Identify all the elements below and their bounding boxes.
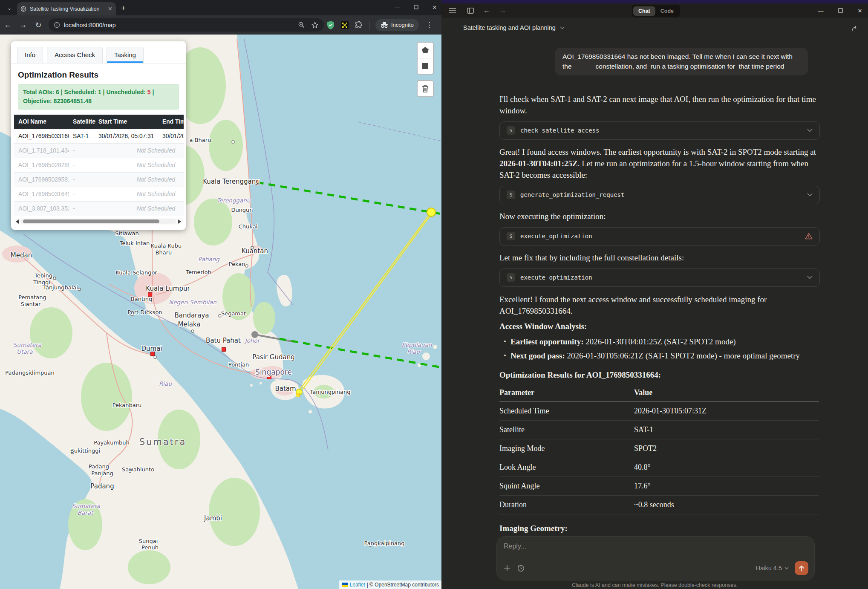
map-label: Terengganu (217, 197, 251, 204)
map-label: Riau (159, 380, 172, 387)
table-row[interactable]: AOI_1769850295816-Not Scheduled (14, 173, 184, 187)
draw-polygon-button[interactable] (418, 43, 433, 58)
map-label: a Bharu (190, 137, 211, 143)
map-label: Singapore (255, 368, 292, 376)
send-button[interactable] (795, 561, 808, 575)
draw-rectangle-button[interactable] (418, 58, 433, 74)
tool-call-generate-optimization-request[interactable]: S generate_optimization_request (499, 186, 820, 204)
leaflet-link[interactable]: Leaflet (350, 582, 365, 588)
minimize-icon[interactable]: — (393, 4, 401, 11)
aoi-marker-unscheduled[interactable] (222, 348, 226, 352)
tab-title: Satellite Tasking Visualization (30, 6, 105, 12)
reload-icon[interactable]: ↻ (31, 20, 46, 30)
table-cell: Satellite (499, 420, 634, 439)
map-label: Kuala Kubu (151, 243, 182, 249)
assistant-paragraph: Now executing the optimization: (499, 211, 820, 222)
tab-tasking[interactable]: Tasking (107, 47, 144, 63)
table-cell: Squint Angle (499, 476, 634, 495)
scrollbar-thumb[interactable] (23, 219, 159, 223)
skill-icon: S (507, 232, 515, 240)
share-icon[interactable] (851, 25, 859, 31)
chevron-down-icon[interactable] (560, 26, 565, 29)
zoom-page-icon[interactable] (298, 21, 305, 29)
table-cell: Not Scheduled (94, 187, 184, 202)
nav-forward-icon[interactable]: → (499, 7, 506, 14)
model-selector[interactable]: Haiku 4.5 (756, 565, 789, 572)
menu-icon[interactable] (449, 8, 456, 13)
claude-titlebar: ← → Chat Code — ✕ (441, 3, 868, 18)
bookmark-star-icon[interactable] (311, 21, 319, 29)
sidebar-toggle-icon[interactable] (467, 8, 474, 14)
map-label: Pekan (229, 261, 245, 267)
extensions-puzzle-icon[interactable] (355, 21, 363, 29)
map-label: Temerloh (185, 269, 211, 275)
map-label: Kuala Lumpur (146, 285, 190, 292)
map-label: Pahang (198, 256, 220, 263)
map-label: Pematang (18, 294, 46, 300)
minimize-icon[interactable]: — (817, 8, 825, 14)
new-tab-button[interactable]: + (121, 4, 126, 12)
delete-shapes-button[interactable] (418, 81, 433, 96)
table-row[interactable]: AOI_1.718_101.434-Not Scheduled (14, 144, 184, 158)
toggle-chat[interactable]: Chat (633, 6, 655, 16)
tool-call-execute-optimization[interactable]: S execute_optimization (499, 269, 820, 287)
tool-call-check-satellite-access[interactable]: S check_satellite_access (499, 121, 820, 140)
column-header: End Time (158, 115, 184, 129)
attach-plus-icon[interactable] (504, 565, 510, 572)
chat-column: AOI_1769850331664 has not been imaged. T… (499, 43, 820, 533)
tab-close-icon[interactable]: ✕ (108, 6, 112, 12)
disclaimer: Claude is AI and can make mistakes. Plea… (441, 582, 868, 588)
map-label: Medan (11, 251, 32, 259)
table-row[interactable]: AOI_3.807_103.352-Not Scheduled (14, 202, 184, 216)
table-cell: - (69, 202, 94, 216)
conversation-title[interactable]: Satellite tasking and AOI planning (463, 24, 556, 31)
table-row[interactable]: AOI_1769850282803-Not Scheduled (14, 158, 184, 173)
tool-call-execute-optimization-error[interactable]: S execute_optimization (499, 227, 820, 245)
arrows-extension-icon[interactable] (341, 21, 349, 29)
user-message: AOI_1769850331664 has not been imaged. T… (555, 48, 808, 75)
chevron-down-icon (784, 567, 789, 569)
maximize-icon[interactable] (412, 4, 420, 11)
table-cell: AOI_1769850331664 (14, 129, 69, 144)
site-info-icon[interactable] (54, 22, 60, 28)
close-icon[interactable]: ✕ (856, 8, 864, 14)
table-scrollbar[interactable] (14, 218, 183, 225)
close-icon[interactable]: ✕ (430, 4, 439, 11)
tab-access-check[interactable]: Access Check (47, 47, 103, 63)
map-label: Teluk Intan (119, 240, 150, 246)
aoi-table-wrap: AOI NameSatelliteStart TimeEnd Time AOI_… (14, 115, 184, 216)
scroll-left-icon[interactable] (16, 219, 19, 224)
tab-info[interactable]: Info (17, 47, 43, 63)
chevron-down-icon (807, 129, 813, 132)
osm-attribution[interactable]: | © OpenStreetMap contributors (367, 582, 439, 588)
history-clock-icon[interactable] (517, 565, 525, 572)
scroll-right-icon[interactable] (178, 219, 181, 224)
maximize-icon[interactable] (836, 8, 844, 14)
table-cell: 2026-01-30T05:07:31Z (634, 401, 819, 420)
screen: ⌄ Satellite Tasking Visualization ✕ + — … (0, 0, 868, 589)
map[interactable]: a BharuKuala TerengganuTerengganuDungunC… (0, 35, 441, 589)
table-cell: AOI_1769850316497 (14, 187, 69, 202)
nav-back-icon[interactable]: ← (483, 7, 490, 14)
browser-tab[interactable]: Satellite Tasking Visualization ✕ (17, 2, 116, 15)
aoi-marker-scheduled[interactable] (296, 393, 300, 397)
reply-input[interactable]: Reply... (504, 543, 807, 550)
shield-extension-icon[interactable] (326, 20, 335, 30)
url-bar[interactable]: localhost:8000/map (49, 18, 324, 32)
reply-composer[interactable]: Reply... Haiku 4.5 (496, 536, 815, 580)
table-cell: Duration (499, 495, 634, 514)
back-icon[interactable]: ← (0, 20, 15, 29)
map-label: Sawahlunto (122, 466, 154, 473)
table-row: Squint Angle17.6° (499, 476, 819, 495)
map-label: Port Dickson (127, 309, 162, 315)
skill-icon: S (507, 273, 515, 282)
access-point-marker[interactable] (427, 208, 435, 217)
browser-menu-icon[interactable]: ⋮ (426, 20, 433, 29)
tab-search-button[interactable]: ⌄ (4, 3, 14, 13)
forward-icon[interactable]: → (15, 20, 31, 29)
toggle-code[interactable]: Code (655, 6, 679, 16)
table-row[interactable]: AOI_1769850331664SAT-130/01/2026, 05:07:… (14, 129, 184, 144)
table-cell: Not Scheduled (94, 202, 184, 216)
table-cell: Not Scheduled (94, 144, 184, 158)
table-row[interactable]: AOI_1769850316497-Not Scheduled (14, 187, 184, 202)
